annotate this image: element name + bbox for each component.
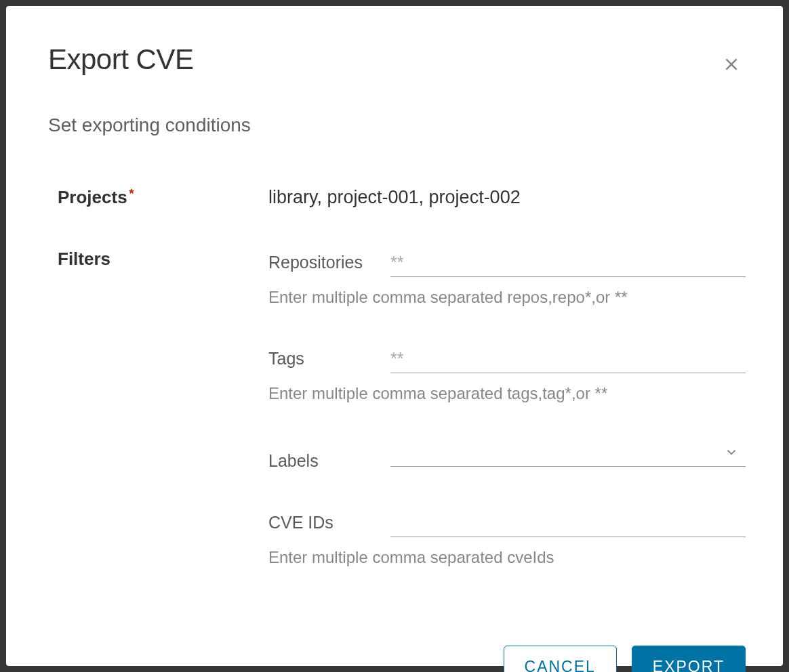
filters-value-col: Repositories Enter multiple comma separa… — [268, 249, 746, 605]
tags-row: Tags — [268, 345, 746, 373]
export-button[interactable]: EXPORT — [632, 646, 746, 672]
labels-label: Labels — [268, 451, 363, 471]
filters-label: Filters — [58, 249, 110, 269]
projects-label-col: Projects* — [48, 187, 268, 208]
modal-title: Export CVE — [48, 43, 193, 76]
repositories-filter: Repositories Enter multiple comma separa… — [268, 249, 746, 307]
labels-row: Labels — [268, 441, 746, 471]
tags-label: Tags — [268, 349, 363, 369]
tags-hint: Enter multiple comma separated tags,tag*… — [268, 384, 746, 403]
projects-value-col: library, project-001, project-002 — [268, 187, 746, 208]
repositories-row: Repositories — [268, 249, 746, 277]
modal-subtitle: Set exporting conditions — [48, 114, 746, 136]
labels-filter: Labels — [268, 441, 746, 471]
cveids-hint: Enter multiple comma separated cveIds — [268, 548, 746, 567]
labels-dropdown[interactable] — [390, 441, 746, 467]
close-button[interactable] — [717, 50, 746, 81]
tags-input[interactable] — [390, 345, 746, 373]
chevron-down-icon — [724, 444, 739, 463]
cveids-row: CVE IDs — [268, 509, 746, 537]
export-cve-modal: Export CVE Set exporting conditions Proj… — [6, 6, 783, 666]
tags-filter: Tags Enter multiple comma separated tags… — [268, 345, 746, 403]
cveids-input[interactable] — [390, 509, 746, 537]
repositories-label: Repositories — [268, 253, 363, 272]
projects-label: Projects — [58, 187, 127, 207]
modal-footer: CANCEL EXPORT — [48, 646, 746, 672]
modal-header: Export CVE — [48, 43, 746, 81]
projects-row: Projects* library, project-001, project-… — [48, 187, 746, 208]
repositories-input[interactable] — [390, 249, 746, 277]
close-icon — [723, 65, 740, 75]
cveids-label: CVE IDs — [268, 513, 363, 532]
repositories-hint: Enter multiple comma separated repos,rep… — [268, 288, 746, 307]
projects-value: library, project-001, project-002 — [268, 187, 521, 207]
filters-label-col: Filters — [48, 249, 268, 270]
cancel-button[interactable]: CANCEL — [504, 646, 617, 672]
required-asterisk: * — [129, 187, 134, 201]
filters-row: Filters Repositories Enter multiple comm… — [48, 249, 746, 605]
cveids-filter: CVE IDs Enter multiple comma separated c… — [268, 509, 746, 567]
